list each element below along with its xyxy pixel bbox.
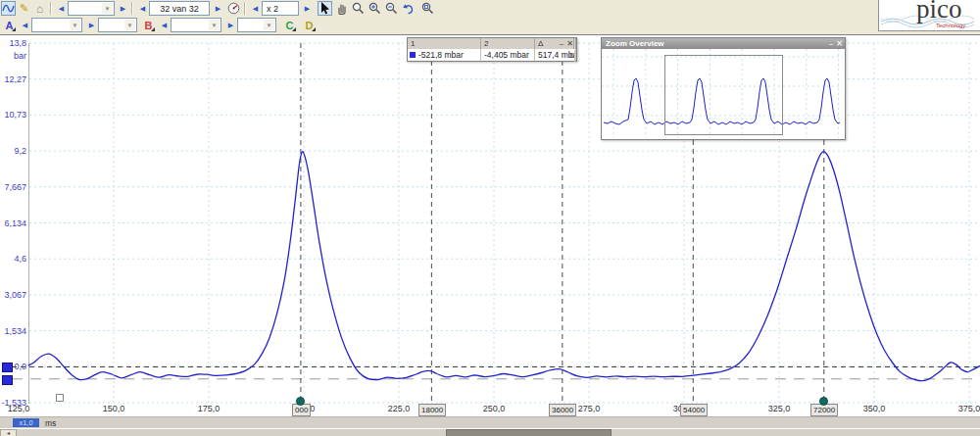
corner-triangle-icon: [12, 27, 16, 31]
home-button[interactable]: ⌂: [32, 1, 47, 16]
measure-value-1: -521,8 mbar: [408, 49, 481, 61]
gauge-button[interactable]: [226, 1, 241, 16]
left-arrow-icon: ◀: [59, 5, 64, 13]
zoom-factor-field[interactable]: x 2: [262, 1, 299, 16]
scrollbar-left-button[interactable]: ◄: [0, 429, 17, 436]
left-arrow-icon: ◀: [162, 22, 167, 29]
y-tick-label: 4,6: [0, 254, 26, 264]
pointer-tool-button[interactable]: [318, 1, 332, 16]
x-tick-label: 175,0: [187, 404, 230, 413]
waveform-trace: [28, 152, 980, 381]
scroll-left-icon: ◄: [6, 430, 11, 436]
y-tick-label: 3,067: [0, 290, 26, 300]
chevron-down-icon: ▼: [102, 3, 113, 14]
zoom-badge: x1,0: [13, 418, 39, 427]
zoom-region-rectangle[interactable]: [664, 55, 783, 135]
corner-triangle-icon: [151, 27, 155, 31]
prev-page-button[interactable]: ◀: [135, 1, 150, 16]
right-arrow-icon: ▶: [121, 5, 125, 13]
y-tick-label: 9,2: [0, 146, 26, 156]
zoom-window-tool-button[interactable]: [351, 1, 366, 16]
y-tick-label: 1,534: [0, 326, 26, 336]
x-tick-label: 250,0: [472, 404, 515, 413]
horizontal-scrollbar[interactable]: ◄: [0, 428, 980, 436]
zoom-in-icon: [368, 2, 381, 15]
waveform-icon: [2, 3, 15, 14]
x-tick-label: 375,0: [948, 404, 980, 413]
zoom-overview-titlebar[interactable]: Zoom Overview – ✕: [602, 38, 845, 49]
page-indicator[interactable]: 32 van 32: [149, 1, 210, 16]
measure-header-2: 2: [481, 38, 535, 49]
minimize-icon[interactable]: –: [560, 39, 564, 48]
zoom-factor-up-button[interactable]: ▶: [300, 1, 315, 16]
zoom-overview-window[interactable]: Zoom Overview – ✕: [601, 37, 846, 140]
zoom-factor-text: x 2: [267, 4, 278, 14]
hand-tool-button[interactable]: [334, 1, 349, 16]
rotation-marker-box[interactable]: 000: [292, 404, 311, 416]
y-tick-label: 7,667: [0, 182, 26, 192]
cursor-handle-2[interactable]: [2, 363, 13, 372]
next-capture-button[interactable]: ▶: [116, 1, 130, 16]
zoom-factor-down-button[interactable]: ◀: [248, 1, 263, 16]
channel-b-range-down-button[interactable]: ◀: [157, 18, 172, 32]
x-tick-label: 350,0: [853, 404, 896, 413]
brand-subtitle: Technology: [936, 23, 965, 28]
x-tick-label: 150,0: [92, 404, 135, 413]
channel-b-button[interactable]: B: [141, 18, 156, 32]
channel-b-range-select[interactable]: ▼: [171, 18, 221, 32]
close-icon[interactable]: ✕: [566, 39, 573, 48]
cursor-handle-1[interactable]: [2, 375, 13, 385]
zoom-full-icon: [421, 2, 434, 15]
channel-d-button[interactable]: D: [302, 18, 317, 32]
brand-panel: pico Technology: [878, 0, 980, 31]
channel-c-button[interactable]: C: [282, 18, 297, 32]
toolbar: ✎ ⌂ ◀ ▼ ▶ ◀ 32 van 32 ▶ ◀ x 2 ▶: [0, 0, 980, 35]
corner-triangle-icon: [312, 27, 316, 31]
channel-a-range-down-button[interactable]: ◀: [18, 18, 32, 32]
right-arrow-icon: ▶: [305, 5, 310, 13]
channel-a-range-up-button[interactable]: ▶: [84, 18, 99, 32]
measure-value-2: -4,405 mbar: [481, 49, 535, 61]
rotation-marker-box[interactable]: 18000: [418, 404, 446, 416]
edit-button[interactable]: ✎: [17, 1, 31, 16]
picoscope-app: { "toolbar": { "page_indicator": "32 van…: [0, 0, 980, 436]
measure-header-1: 1: [408, 38, 481, 49]
minimize-icon[interactable]: –: [829, 39, 833, 48]
rotation-marker-box[interactable]: 36000: [549, 404, 576, 416]
pointer-icon: [319, 2, 330, 15]
zoom-in-tool-button[interactable]: [368, 1, 382, 16]
channel-b-range-up-button[interactable]: ▶: [223, 18, 238, 32]
hand-icon: [336, 3, 348, 15]
channel-a-swatch: [410, 52, 416, 58]
channel-b-probe-select[interactable]: ▼: [237, 18, 276, 32]
chevron-down-icon: ▼: [264, 20, 274, 30]
zoom-overview-body: [602, 49, 843, 138]
right-arrow-icon: ▶: [216, 5, 220, 13]
capture-select[interactable]: ▼: [68, 1, 115, 16]
measure-partial-text: 6: [567, 50, 575, 62]
left-arrow-icon: ◀: [23, 22, 27, 29]
channel-a-probe-select[interactable]: ▼: [98, 18, 137, 32]
y-tick-label: 12,27: [0, 74, 26, 84]
chevron-down-icon: ▼: [209, 20, 220, 30]
zoom-out-tool-button[interactable]: [384, 1, 399, 16]
left-arrow-icon: ◀: [140, 5, 145, 13]
rotation-marker-box[interactable]: 54000: [680, 404, 708, 416]
x-tick-label: 225,0: [377, 404, 420, 413]
prev-capture-button[interactable]: ◀: [54, 1, 69, 16]
undo-zoom-button[interactable]: [401, 1, 416, 16]
next-page-button[interactable]: ▶: [211, 1, 225, 16]
zoom-full-tool-button[interactable]: [420, 1, 435, 16]
close-icon[interactable]: ✕: [836, 39, 843, 48]
undo-arrow-icon: [402, 3, 415, 15]
cursor-measurements-window[interactable]: 1 2 Δ – ✕ -521,8 mbar -4,405 mbar 517,4 …: [407, 37, 577, 62]
waveform-view-button[interactable]: [1, 1, 16, 16]
channel-a-button[interactable]: A: [2, 18, 17, 32]
right-arrow-icon: ▶: [228, 22, 233, 29]
scrollbar-thumb[interactable]: [446, 429, 612, 436]
chevron-down-icon: ▼: [70, 20, 80, 30]
home-icon: ⌂: [36, 2, 43, 16]
page-indicator-text: 32 van 32: [160, 4, 199, 14]
channel-a-range-select[interactable]: ▼: [31, 18, 82, 32]
axis-resize-handle[interactable]: [56, 394, 64, 402]
